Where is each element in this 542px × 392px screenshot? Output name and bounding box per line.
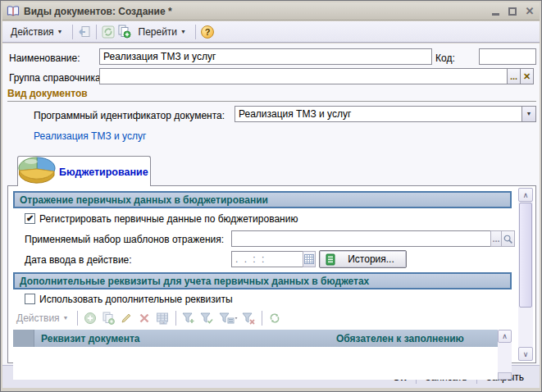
- date-label: Дата ввода в действие:: [25, 254, 132, 266]
- templates-label: Применяемый набор шаблонов отражения:: [25, 234, 224, 245]
- tab-budgeting-label: Бюджетирование: [59, 166, 148, 178]
- title-bar[interactable]: Виды документов: Создание * ✕: [2, 2, 540, 21]
- main-toolbar: Действия ▼ Перейти ▼ ?: [2, 21, 540, 43]
- help-icon: ?: [201, 25, 214, 39]
- grid-actions-button[interactable]: Действия ▼: [13, 311, 72, 326]
- chevron-up-icon: ∧: [502, 332, 508, 340]
- window-title: Виды документов: Создание *: [24, 6, 172, 17]
- actions-menu-label: Действия: [11, 26, 54, 38]
- minimize-button[interactable]: [490, 6, 501, 16]
- toolbar-separator: [262, 311, 262, 326]
- caret-down-icon: ▼: [526, 111, 532, 117]
- name-input[interactable]: [99, 48, 432, 65]
- budgeting-panel: Отражение первичных данных в бюджетирова…: [7, 185, 536, 363]
- history-button[interactable]: История...: [319, 250, 407, 268]
- grid-header: Реквизит документа Обязателен к заполнен…: [13, 330, 498, 347]
- scroll-up-button[interactable]: ∧: [498, 330, 512, 343]
- section-title: Вид документов: [7, 88, 88, 99]
- end-edit-icon[interactable]: ОК: [155, 311, 171, 326]
- templates-input[interactable]: [231, 230, 491, 247]
- close-icon: ✕: [526, 6, 535, 16]
- group-input[interactable]: [99, 68, 508, 84]
- actions-menu-button[interactable]: Действия ▼: [6, 24, 68, 40]
- scroll-down-button[interactable]: ∨: [518, 347, 533, 361]
- register-checkbox[interactable]: ✔: [25, 213, 35, 224]
- chevron-up-icon: ∧: [523, 191, 529, 199]
- use-additional-checkbox-label: Использовать дополнительные реквизиты: [39, 294, 233, 305]
- minimize-icon: [492, 13, 499, 16]
- prog-id-value: Реализация ТМЗ и услуг: [235, 108, 522, 120]
- open-book-icon: [7, 6, 20, 17]
- chevron-down-icon: ∨: [523, 350, 529, 358]
- pie-chart-icon: [16, 154, 57, 189]
- svg-text:ОК: ОК: [161, 321, 166, 325]
- toolbar-separator: [72, 25, 73, 39]
- magnifier-icon: [503, 234, 513, 244]
- prog-id-label: Программный идентификатор документа:: [34, 110, 225, 121]
- document-type-window: Виды документов: Создание * ✕ Действия ▼…: [0, 0, 542, 392]
- date-input[interactable]: . . : :: [231, 251, 303, 267]
- goto-menu-label: Перейти: [139, 26, 178, 38]
- history-book-icon: [325, 253, 336, 266]
- add-copy-icon[interactable]: [117, 25, 132, 39]
- edit-row-icon[interactable]: [119, 311, 134, 326]
- document-kind-link: Реализация ТМЗ и услуг: [34, 130, 146, 142]
- refresh-icon[interactable]: [101, 25, 116, 39]
- grid-row-selector-header: [13, 330, 34, 347]
- filter-set-icon[interactable]: [181, 311, 197, 326]
- band-primary-data-title: Отражение первичных данных в бюджетирова…: [20, 194, 268, 206]
- group-label: Группа справочника:: [9, 72, 103, 84]
- ellipsis-icon: ...: [492, 234, 499, 244]
- toolbar-separator: [195, 25, 196, 39]
- scrollbar-stub: [498, 372, 512, 380]
- code-label: Код:: [435, 52, 455, 64]
- code-input[interactable]: [479, 48, 536, 65]
- register-checkbox-label: Регистрировать первичные данные по бюдже…: [39, 213, 298, 225]
- band-primary-data: Отражение первичных данных в бюджетирова…: [13, 191, 512, 208]
- grid-toolbar: Действия ▼ ОК: [13, 308, 283, 328]
- scrollbar-thumb[interactable]: [519, 203, 532, 308]
- toolbar-separator: [175, 311, 176, 326]
- calendar-icon: [304, 254, 314, 264]
- caret-down-icon: ▼: [57, 29, 63, 35]
- use-additional-checkbox[interactable]: [25, 294, 35, 304]
- grid-actions-label: Действия: [16, 312, 60, 324]
- group-select-button[interactable]: ...: [507, 68, 521, 84]
- prog-id-combobox[interactable]: Реализация ТМЗ и услуг ▼: [235, 106, 536, 122]
- caret-down-icon: ▼: [63, 315, 69, 321]
- band-additional-attrs-title: Дополнительные реквизиты для учета перви…: [20, 276, 369, 287]
- ellipsis-icon: ...: [510, 71, 517, 81]
- section-header: Вид документов: [7, 88, 536, 102]
- goto-menu-button[interactable]: Перейти ▼: [134, 24, 192, 40]
- tab-budgeting[interactable]: Бюджетирование: [17, 156, 151, 186]
- maximize-button[interactable]: [507, 6, 518, 16]
- templates-select-button[interactable]: ...: [490, 230, 502, 247]
- calendar-button[interactable]: [303, 251, 316, 267]
- filter-by-value-icon[interactable]: [199, 311, 215, 326]
- close-button[interactable]: ✕: [524, 6, 535, 16]
- grid-body[interactable]: [13, 347, 498, 380]
- panel-scrollbar[interactable]: ∧ ∨: [518, 188, 533, 361]
- refresh-grid-icon[interactable]: [267, 311, 283, 326]
- maximize-icon: [508, 7, 517, 16]
- grid-column-required[interactable]: Обязателен к заполнению: [336, 333, 464, 344]
- toolbar-separator: [77, 311, 78, 326]
- copy-row-icon[interactable]: [101, 311, 116, 326]
- grid-scrollbar[interactable]: ∧: [498, 330, 512, 380]
- history-button-label: История...: [341, 253, 401, 265]
- band-additional-attrs: Дополнительные реквизиты для учета перви…: [13, 272, 512, 289]
- templates-search-button[interactable]: [501, 230, 515, 247]
- filter-clear-icon[interactable]: [241, 311, 257, 326]
- reread-icon[interactable]: [77, 25, 92, 39]
- grid-column-attribute[interactable]: Реквизит документа: [34, 333, 140, 344]
- clear-x-icon: ✕: [523, 71, 531, 82]
- group-clear-button[interactable]: ✕: [520, 68, 534, 84]
- combo-dropdown-button[interactable]: ▼: [522, 107, 535, 121]
- name-label: Наименование:: [9, 52, 80, 64]
- help-button[interactable]: ?: [200, 25, 215, 39]
- delete-row-icon[interactable]: [137, 311, 153, 326]
- scroll-up-button[interactable]: ∧: [518, 188, 533, 202]
- caret-down-icon: ▼: [180, 29, 186, 35]
- add-row-icon[interactable]: [83, 311, 98, 326]
- filter-menu-icon[interactable]: [217, 311, 239, 326]
